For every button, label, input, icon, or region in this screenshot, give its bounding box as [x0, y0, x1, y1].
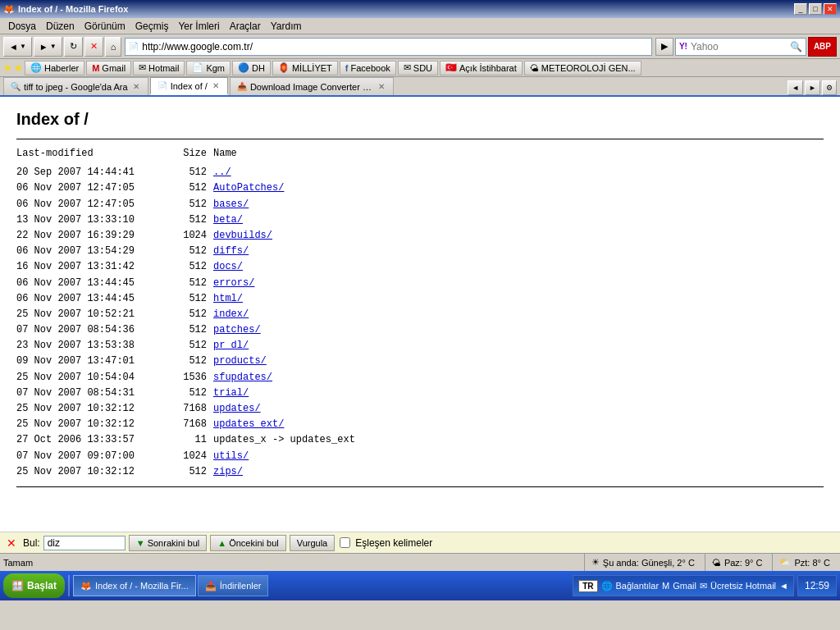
dir-link[interactable]: updates ext/ — [213, 418, 284, 430]
maximize-button[interactable]: □ — [809, 3, 822, 15]
find-close-button[interactable]: ✕ — [7, 536, 16, 550]
dir-link[interactable]: zips/ — [213, 466, 243, 477]
menu-yeriminleri[interactable]: Yer İmleri — [173, 19, 224, 34]
bookmark-dh[interactable]: 🔵 DH — [232, 61, 271, 75]
find-highlight-button[interactable]: Vurgula — [290, 535, 336, 551]
dir-link[interactable]: patches/ — [213, 324, 261, 336]
find-next-button[interactable]: ▼ Sonrakini bul — [129, 535, 208, 551]
row-name[interactable]: devbuilds/ — [213, 228, 272, 244]
row-name[interactable]: sfupdates/ — [213, 370, 272, 386]
language-indicator[interactable]: TR — [578, 580, 597, 592]
tab-scroll-right[interactable]: ► — [805, 80, 820, 95]
forward-icon: ► — [39, 42, 48, 52]
row-name[interactable]: pr_dl/ — [213, 338, 249, 354]
dir-link[interactable]: bases/ — [213, 199, 249, 210]
forward-button[interactable]: ► ▼ — [34, 37, 62, 57]
haberler-icon: 🌐 — [30, 62, 42, 73]
table-row: 07 Nov 2007 08:54:36512patches/ — [16, 322, 824, 338]
dir-link[interactable]: updates/ — [213, 403, 261, 414]
bookmark-sdu[interactable]: ✉ SDU — [398, 61, 438, 75]
home-button[interactable]: ⌂ — [105, 37, 122, 57]
menu-dosya[interactable]: Dosya — [3, 19, 41, 34]
expand-icon[interactable]: ◄ — [779, 581, 788, 591]
row-date: 07 Nov 2007 08:54:31 — [16, 386, 164, 401]
dir-link[interactable]: devbuilds/ — [213, 230, 272, 241]
reload-button[interactable]: ↻ — [64, 37, 83, 57]
bookmark-gmail[interactable]: M Gmail — [86, 61, 131, 75]
menu-yardim[interactable]: Yardım — [266, 19, 307, 34]
bookmark-kgm[interactable]: 📄 Kgm — [186, 61, 231, 75]
tab-download[interactable]: 📥 Download Image Converter Plus ✕ — [230, 77, 394, 95]
row-name[interactable]: index/ — [213, 307, 249, 322]
row-date: 22 Nov 2007 16:39:29 — [16, 228, 164, 244]
row-name[interactable]: patches/ — [213, 322, 261, 338]
row-name[interactable]: products/ — [213, 354, 267, 369]
address-input[interactable] — [142, 41, 648, 52]
adblock-button[interactable]: ABP — [808, 37, 837, 57]
menu-araclar[interactable]: Araçlar — [225, 19, 266, 34]
dir-link[interactable]: diffs/ — [213, 245, 249, 257]
row-name[interactable]: updates ext/ — [213, 417, 284, 432]
bookmark-meteoroloji[interactable]: 🌤 METEOROLOJİ GEN... — [524, 61, 641, 75]
row-name[interactable]: zips/ — [213, 464, 243, 480]
search-input[interactable] — [691, 41, 790, 52]
weather-text-3: Pzt: 8° C — [794, 558, 830, 568]
tab-index-close[interactable]: ✕ — [211, 81, 221, 90]
dir-link[interactable]: sfupdates/ — [213, 372, 272, 383]
row-name[interactable]: trial/ — [213, 386, 249, 401]
find-input[interactable] — [43, 536, 126, 550]
row-name[interactable]: errors/ — [213, 276, 254, 291]
row-date: 06 Nov 2007 13:44:45 — [16, 291, 164, 307]
row-name[interactable]: bases/ — [213, 197, 249, 212]
bookmark-milliyet[interactable]: 🏮 MİLLİYET — [272, 61, 338, 75]
dir-link[interactable]: trial/ — [213, 387, 249, 399]
menu-duzen[interactable]: Düzen — [41, 19, 80, 34]
new-tab-button[interactable]: ⚙ — [822, 80, 837, 95]
back-icon: ◄ — [9, 42, 18, 52]
minimize-button[interactable]: _ — [794, 3, 807, 15]
tab-tiff-close[interactable]: ✕ — [131, 82, 141, 91]
dir-link[interactable]: products/ — [213, 355, 267, 367]
row-name[interactable]: utils/ — [213, 449, 249, 464]
bookmark-facebook[interactable]: f Facebook — [340, 61, 396, 75]
row-name[interactable]: html/ — [213, 291, 243, 307]
menu-gecmis[interactable]: Geçmiş — [130, 19, 174, 34]
add-bookmark-icon[interactable]: ★ — [14, 62, 23, 74]
dir-link[interactable]: docs/ — [213, 261, 243, 272]
row-name[interactable]: docs/ — [213, 259, 243, 275]
tab-scroll-left[interactable]: ◄ — [788, 80, 803, 95]
dir-link[interactable]: ../ — [213, 167, 231, 178]
tab-download-close[interactable]: ✕ — [377, 82, 386, 91]
dir-link[interactable]: pr_dl/ — [213, 340, 249, 351]
taskbar-indirilenler[interactable]: 📥 İndirilenler — [198, 575, 269, 596]
bookmark-acik[interactable]: 🇹🇷 Açık İstihbarat — [440, 61, 523, 75]
dir-link[interactable]: index/ — [213, 308, 249, 320]
dir-link[interactable]: AutoPatches/ — [213, 182, 284, 194]
close-button[interactable]: ✕ — [824, 3, 837, 15]
dir-link[interactable]: errors/ — [213, 277, 254, 289]
start-button[interactable]: 🪟 Başlat — [3, 573, 65, 598]
address-bar: 📄 — [125, 38, 652, 56]
weather-section-2: 🌤 Paz: 9° C — [705, 554, 769, 571]
menu-gorunum[interactable]: Görünüm — [80, 19, 130, 34]
tab-index[interactable]: 📄 Index of / ✕ — [150, 77, 228, 95]
tab-tiff[interactable]: 🔍 tiff to jpeg - Google'da Ara ✕ — [3, 77, 148, 95]
dir-link[interactable]: html/ — [213, 293, 243, 304]
taskbar-firefox[interactable]: 🦊 Index of / - Mozilla Fir... — [73, 575, 196, 596]
dir-link[interactable]: utils/ — [213, 450, 249, 462]
tab-tiff-icon: 🔍 — [11, 82, 21, 91]
go-button[interactable]: ▶ — [655, 38, 673, 56]
find-match-checkbox[interactable] — [340, 537, 350, 548]
row-name[interactable]: diffs/ — [213, 244, 249, 259]
find-prev-button[interactable]: ▲ Öncekini bul — [210, 535, 286, 551]
back-button[interactable]: ◄ ▼ — [3, 37, 32, 57]
row-date: 06 Nov 2007 13:54:29 — [16, 244, 164, 259]
row-name[interactable]: beta/ — [213, 212, 243, 228]
bookmark-hotmail[interactable]: ✉ Hotmail — [133, 61, 185, 75]
bookmark-haberler[interactable]: 🌐 Haberler — [25, 61, 84, 75]
row-name[interactable]: updates/ — [213, 401, 261, 417]
dir-link[interactable]: beta/ — [213, 214, 243, 226]
stop-button[interactable]: ✕ — [84, 37, 103, 57]
row-name[interactable]: AutoPatches/ — [213, 180, 284, 196]
row-name[interactable]: ../ — [213, 165, 231, 180]
